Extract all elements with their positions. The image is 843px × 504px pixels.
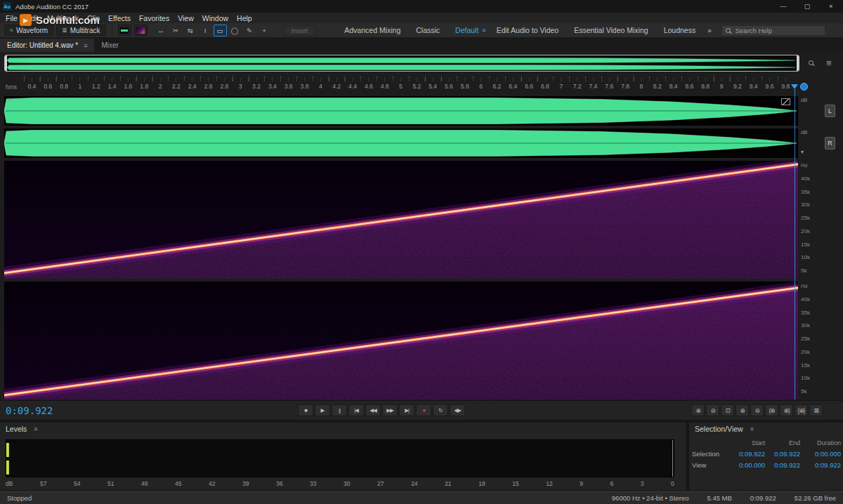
timeline-ruler-area[interactable]: hms 0.40.60.811.21.41.61.822.22.42.62.83… [0, 74, 799, 95]
ruler-label: 6.2 [489, 83, 505, 90]
playhead-marker[interactable] [791, 84, 798, 89]
waveform-options-icon[interactable] [781, 98, 790, 105]
frequency-label: 5k [801, 268, 832, 274]
waveform-display-right[interactable] [4, 128, 798, 158]
stop-button[interactable]: ■ [298, 404, 313, 416]
spectrogram-display-left[interactable] [4, 161, 798, 279]
ruler-label: 3 [233, 83, 249, 90]
menu-view[interactable]: View [174, 14, 198, 22]
navigator-zoom-icon[interactable] [805, 58, 816, 67]
ruler-label: 4 [313, 83, 329, 90]
zoom-in-at-in-point-button[interactable]: (⊕ [765, 404, 778, 416]
zoom-full-button[interactable]: ⊠ [809, 404, 823, 416]
zoom-out-button[interactable]: ⊖ [706, 404, 719, 416]
workspace-edit-audio-to-video[interactable]: Edit Audio to Video [489, 26, 567, 34]
view-duration-value[interactable]: 0:09.922 [800, 461, 841, 469]
channel-l-button[interactable]: L [825, 105, 835, 117]
view-end-value[interactable]: 0:09.922 [765, 461, 800, 469]
workspace-menu-icon[interactable]: ≡ [482, 27, 485, 34]
selection-start-value[interactable]: 0:09.922 [727, 450, 765, 458]
search-box[interactable] [721, 25, 825, 36]
menu-multitrack[interactable]: Multitrack [43, 14, 83, 22]
zoom-to-selection-button[interactable]: {⊕} [795, 404, 808, 416]
current-time-display[interactable]: 0:09.922 [6, 405, 53, 416]
playback-status: Stopped [7, 494, 32, 502]
maximize-button[interactable]: ▢ [795, 0, 819, 13]
zoom-reset-button[interactable]: ⊡ [721, 404, 734, 416]
levels-scale-label: 54 [74, 480, 80, 487]
ruler-label: 3.4 [264, 83, 280, 90]
levels-scale-label: 48 [141, 480, 148, 487]
zoom-out-amplitude-button[interactable]: ⊖ [750, 404, 764, 416]
menu-edit[interactable]: Edit [22, 14, 43, 22]
view-start-value[interactable]: 0:00.000 [727, 461, 765, 469]
zoom-in-button[interactable]: ⊕ [691, 404, 705, 416]
fast-forward-button[interactable]: ▶▶ [382, 404, 398, 416]
selection-view-menu-icon[interactable]: ≡ [750, 425, 754, 432]
pause-button[interactable]: || [332, 404, 347, 416]
lasso-selection-tool[interactable]: ◯ [228, 25, 242, 37]
selection-view-title: Selection/View [695, 425, 743, 433]
panel-tabs: Editor: Untitled 4.wav * ≡ Mixer [0, 38, 843, 52]
workspace-essential-video-mixing[interactable]: Essential Video Mixing [566, 26, 655, 34]
waveform-display-left[interactable] [4, 96, 798, 126]
workspace-overflow-icon[interactable]: » [707, 27, 712, 34]
skip-to-start-button[interactable]: |◀ [348, 404, 364, 416]
marquee-selection-tool[interactable]: ▭ [214, 25, 227, 37]
workspace-advanced-mixing[interactable]: Advanced Mixing [336, 26, 408, 34]
loop-playback-button[interactable]: ↻ [433, 404, 448, 416]
zoom-in-amplitude-button[interactable]: ⊕ [736, 404, 749, 416]
meter-end-marker [672, 440, 673, 477]
workspace-default[interactable]: Default [447, 26, 486, 34]
menu-window[interactable]: Window [198, 14, 233, 22]
move-tool[interactable]: ↔ [155, 25, 168, 37]
menu-help[interactable]: Help [233, 14, 256, 22]
spot-healing-brush-tool[interactable]: + [258, 25, 271, 37]
ruler-label: 9.6 [762, 83, 778, 90]
selection-end-value[interactable]: 0:09.922 [765, 450, 800, 458]
tab-editor[interactable]: Editor: Untitled 4.wav * ≡ [0, 39, 94, 52]
record-button[interactable]: ● [416, 404, 431, 416]
frequency-scale-right: Hz40k35k30k25k20k15k10k5k [801, 284, 832, 394]
play-button[interactable]: ▶ [315, 404, 330, 416]
levels-scale-label: 30 [344, 480, 350, 487]
playhead-handle-icon[interactable] [800, 83, 808, 91]
multitrack-view-button[interactable]: ≣ Multitrack [56, 25, 105, 36]
rewind-button[interactable]: ◀◀ [365, 404, 381, 416]
ruler-label: 2 [152, 83, 169, 90]
slip-tool[interactable]: ⇆ [184, 25, 197, 37]
show-spectral-toggle[interactable] [134, 25, 148, 36]
minimize-button[interactable]: — [771, 0, 795, 13]
tab-mixer[interactable]: Mixer [94, 39, 125, 52]
menu-clip[interactable]: Clip [83, 14, 104, 22]
workspace-loudness[interactable]: Loudness [656, 26, 704, 34]
menu-favorites[interactable]: Favorites [135, 14, 174, 22]
close-button[interactable]: × [819, 0, 843, 13]
display-settings-icon[interactable]: ≣ [823, 58, 835, 67]
selection-duration-value[interactable]: 0:00.000 [800, 450, 841, 458]
ruler-label: 8.2 [649, 83, 665, 90]
time-selection-tool[interactable]: I [199, 25, 212, 37]
editor-panel-menu-icon[interactable]: ≡ [84, 42, 87, 49]
frequency-label: 40k [801, 297, 832, 303]
search-input[interactable] [734, 26, 815, 35]
channel-r-button[interactable]: R [825, 137, 835, 150]
channel-options-dropdown-icon[interactable]: ▾ [801, 149, 804, 155]
levels-panel-menu-icon[interactable]: ≡ [34, 425, 37, 432]
waveform-view-button[interactable]: ≈ Waveform [4, 25, 53, 36]
menu-file[interactable]: File [1, 14, 22, 22]
ruler-label: 0.6 [40, 83, 56, 90]
spectrogram-display-right[interactable] [4, 281, 798, 399]
skip-to-end-button[interactable]: ▶| [399, 404, 414, 416]
zoom-in-at-out-point-button[interactable]: ⊕) [780, 404, 793, 416]
show-waveform-toggle[interactable] [118, 25, 131, 36]
skip-selection-button[interactable]: ◀▶ [450, 404, 465, 416]
zoom-navigator[interactable] [4, 55, 799, 72]
razor-tool[interactable]: ✂ [169, 25, 183, 37]
menu-effects[interactable]: Effects [104, 14, 135, 22]
paintbrush-selection-tool[interactable]: ✎ [243, 25, 256, 37]
window-title: Adobe Audition CC 2017 [15, 3, 89, 11]
ruler-label: 4.6 [360, 83, 377, 90]
timeline-ruler[interactable]: 0.40.60.811.21.41.61.822.22.42.62.833.23… [24, 83, 794, 90]
workspace-classic[interactable]: Classic [408, 26, 447, 34]
